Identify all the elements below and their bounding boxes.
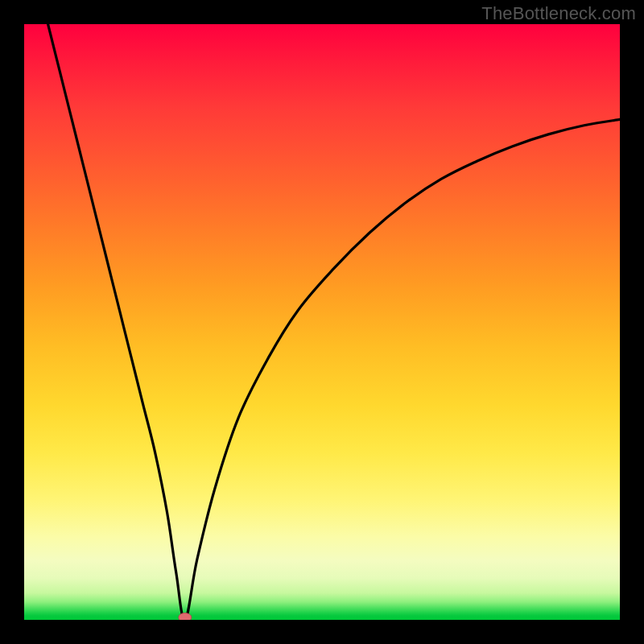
chart-frame: TheBottleneck.com (0, 0, 644, 644)
bottleneck-curve (48, 24, 620, 620)
min-point-marker (179, 613, 192, 621)
plot-area (24, 24, 620, 620)
curve-layer (24, 24, 620, 620)
watermark-text: TheBottleneck.com (481, 3, 636, 24)
